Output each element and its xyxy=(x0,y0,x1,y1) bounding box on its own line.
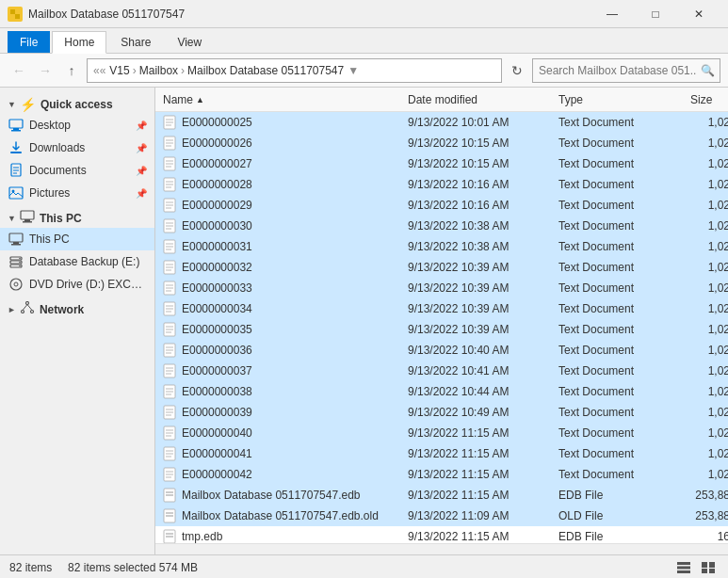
file-icon xyxy=(163,508,178,523)
file-name: E0000000034 xyxy=(182,302,252,315)
sidebar-item-this-pc[interactable]: This PC xyxy=(0,228,154,250)
sidebar-item-desktop[interactable]: Desktop 📌 xyxy=(0,114,154,136)
this-pc-label-item: This PC xyxy=(29,233,70,246)
svg-point-28 xyxy=(25,302,28,305)
file-name-cell: Mailbox Database 0511707547.edb.old xyxy=(159,508,404,523)
breadcrumb[interactable]: «« V15 › Mailbox › Mailbox Database 0511… xyxy=(87,58,502,83)
file-icon xyxy=(163,446,178,461)
file-date: 9/13/2022 10:44 AM xyxy=(404,385,555,398)
col-name[interactable]: Name ▲ xyxy=(159,93,404,106)
file-type: Text Document xyxy=(555,178,687,191)
svg-rect-16 xyxy=(23,221,32,223)
table-row[interactable]: E0000000039 9/13/2022 10:49 AM Text Docu… xyxy=(155,402,728,423)
tab-share[interactable]: Share xyxy=(108,31,163,53)
forward-button[interactable]: → xyxy=(34,59,57,82)
sidebar-item-dvd-drive[interactable]: DVD Drive (D:) EXCH... xyxy=(0,273,154,296)
breadcrumb-dropdown[interactable]: ▼ xyxy=(348,64,359,77)
sidebar-item-database-backup[interactable]: Database Backup (E:) xyxy=(0,250,154,273)
refresh-button[interactable]: ↻ xyxy=(506,59,528,82)
status-item-count: 82 items 82 items selected 574 MB xyxy=(9,561,198,574)
table-row[interactable]: E0000000028 9/13/2022 10:16 AM Text Docu… xyxy=(155,174,728,195)
file-type: Text Document xyxy=(555,364,687,377)
table-row[interactable]: E0000000031 9/13/2022 10:38 AM Text Docu… xyxy=(155,236,728,257)
svg-rect-112 xyxy=(166,533,173,535)
table-row[interactable]: E0000000026 9/13/2022 10:15 AM Text Docu… xyxy=(155,133,728,153)
svg-rect-117 xyxy=(702,562,707,568)
col-date[interactable]: Date modified xyxy=(404,93,555,106)
this-pc-icon xyxy=(20,210,35,226)
breadcrumb-current[interactable]: Mailbox Database 0511707547 xyxy=(187,64,344,77)
table-row[interactable]: E0000000041 9/13/2022 11:15 AM Text Docu… xyxy=(155,443,728,464)
table-row[interactable]: E0000000025 9/13/2022 10:01 AM Text Docu… xyxy=(155,112,728,133)
table-row[interactable]: E0000000038 9/13/2022 10:44 AM Text Docu… xyxy=(155,381,728,402)
status-bar: 82 items 82 items selected 574 MB xyxy=(0,554,728,578)
svg-point-30 xyxy=(30,311,33,313)
breadcrumb-mailbox[interactable]: Mailbox xyxy=(139,64,178,77)
table-row[interactable]: E0000000032 9/13/2022 10:39 AM Text Docu… xyxy=(155,257,728,278)
svg-rect-0 xyxy=(10,9,15,14)
file-type: Text Document xyxy=(555,406,687,419)
up-button[interactable]: ↑ xyxy=(60,59,83,82)
file-name-cell: Mailbox Database 0511707547.edb xyxy=(159,488,404,503)
file-name: E0000000036 xyxy=(182,344,252,357)
table-row[interactable]: E0000000034 9/13/2022 10:39 AM Text Docu… xyxy=(155,298,728,319)
file-size: 1,024 KB xyxy=(687,468,728,481)
svg-rect-115 xyxy=(677,566,690,569)
file-name-cell: E0000000037 xyxy=(159,363,404,378)
file-size: 1,024 KB xyxy=(687,261,728,274)
file-type: Text Document xyxy=(555,136,687,150)
file-date: 9/13/2022 10:39 AM xyxy=(404,323,555,336)
back-button[interactable]: ← xyxy=(8,59,30,82)
documents-label: Documents xyxy=(29,164,87,177)
network-icon xyxy=(20,301,35,317)
minimize-button[interactable]: — xyxy=(590,0,634,28)
svg-rect-107 xyxy=(166,494,173,496)
details-view-button[interactable] xyxy=(673,557,694,578)
horizontal-scrollbar[interactable] xyxy=(155,543,728,554)
svg-rect-118 xyxy=(709,562,715,568)
close-button[interactable]: ✕ xyxy=(677,0,720,28)
file-name-cell: E0000000028 xyxy=(159,177,404,192)
tab-file[interactable]: File xyxy=(8,31,50,53)
table-row[interactable]: E0000000036 9/13/2022 10:40 AM Text Docu… xyxy=(155,340,728,361)
documents-icon xyxy=(8,163,24,178)
table-row[interactable]: E0000000030 9/13/2022 10:38 AM Text Docu… xyxy=(155,216,728,236)
file-date: 9/13/2022 11:15 AM xyxy=(404,426,555,440)
file-name-cell: E0000000027 xyxy=(159,156,404,171)
svg-rect-2 xyxy=(10,14,15,19)
breadcrumb-arrow: «« xyxy=(93,64,105,77)
sidebar-item-pictures[interactable]: Pictures 📌 xyxy=(0,182,154,204)
large-icons-view-button[interactable] xyxy=(698,557,719,578)
sidebar-item-documents[interactable]: Documents 📌 xyxy=(0,159,154,182)
file-name-cell: E0000000041 xyxy=(159,446,404,461)
tab-home[interactable]: Home xyxy=(52,31,106,54)
file-name-cell: E0000000026 xyxy=(159,136,404,151)
sidebar-section-this-pc[interactable]: ▼ This PC xyxy=(0,204,154,228)
svg-rect-110 xyxy=(166,515,173,517)
col-size[interactable]: Size xyxy=(687,93,728,106)
table-row[interactable]: E0000000033 9/13/2022 10:39 AM Text Docu… xyxy=(155,278,728,298)
file-name-cell: E0000000025 xyxy=(159,115,404,130)
table-row[interactable]: E0000000029 9/13/2022 10:16 AM Text Docu… xyxy=(155,195,728,216)
table-row[interactable]: E0000000040 9/13/2022 11:15 AM Text Docu… xyxy=(155,423,728,443)
file-size: 1,024 KB xyxy=(687,281,728,295)
table-row[interactable]: E0000000042 9/13/2022 11:15 AM Text Docu… xyxy=(155,464,728,485)
col-type[interactable]: Type xyxy=(555,93,687,106)
sidebar-item-downloads[interactable]: Downloads 📌 xyxy=(0,136,154,159)
sidebar-section-quick-access[interactable]: ▼ ⚡ Quick access xyxy=(0,91,154,114)
sidebar-section-network[interactable]: ► Network xyxy=(0,296,154,319)
table-row[interactable]: tmp.edb 9/13/2022 11:15 AM EDB File 160 … xyxy=(155,526,728,543)
file-type: OLD File xyxy=(555,509,687,522)
svg-line-32 xyxy=(27,305,32,311)
table-row[interactable]: E0000000037 9/13/2022 10:41 AM Text Docu… xyxy=(155,361,728,381)
tab-view[interactable]: View xyxy=(165,31,214,53)
table-row[interactable]: Mailbox Database 0511707547.edb.old 9/13… xyxy=(155,506,728,526)
breadcrumb-v15[interactable]: V15 xyxy=(109,64,129,77)
maximize-button[interactable]: □ xyxy=(634,0,677,28)
file-name-cell: E0000000033 xyxy=(159,281,404,296)
table-row[interactable]: E0000000035 9/13/2022 10:39 AM Text Docu… xyxy=(155,319,728,340)
table-row[interactable]: Mailbox Database 0511707547.edb 9/13/202… xyxy=(155,485,728,506)
search-input[interactable] xyxy=(532,58,720,83)
table-row[interactable]: E0000000027 9/13/2022 10:15 AM Text Docu… xyxy=(155,153,728,174)
pictures-icon xyxy=(8,185,24,201)
